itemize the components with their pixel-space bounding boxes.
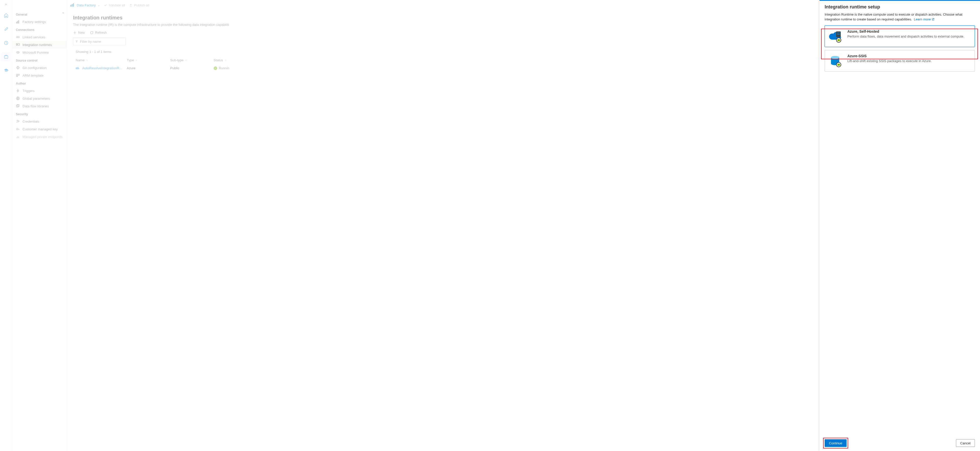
svg-point-5 bbox=[16, 36, 18, 38]
col-name[interactable]: Name↑↓ bbox=[76, 58, 127, 62]
filter-icon bbox=[75, 40, 78, 43]
card-title: Azure-SSIS bbox=[847, 54, 932, 58]
sidebar-label: Linked services bbox=[22, 35, 46, 39]
sidebar-item-dataflow-libs[interactable]: Data flow libraries bbox=[12, 102, 67, 110]
svg-point-6 bbox=[18, 36, 19, 38]
col-type[interactable]: Type↑↓ bbox=[127, 58, 170, 62]
status-ok-icon: ✓ bbox=[214, 67, 217, 70]
sidebar-label: Factory settings bbox=[22, 20, 46, 24]
azure-ssis-icon bbox=[829, 54, 843, 68]
svg-rect-33 bbox=[837, 64, 840, 66]
panel-intro: Integration Runtime is the native comput… bbox=[825, 12, 975, 22]
svg-point-9 bbox=[18, 44, 18, 45]
rail-home[interactable] bbox=[2, 11, 11, 20]
sidebar-item-cmk[interactable]: Customer managed key bbox=[12, 125, 67, 133]
sidebar-item-linked-services[interactable]: Linked services bbox=[12, 33, 67, 41]
card-azure-self-hosted[interactable]: Azure, Self-Hosted Perform data flows, d… bbox=[825, 25, 975, 47]
sidebar-label: Git configuration bbox=[22, 66, 47, 70]
svg-point-19 bbox=[17, 120, 18, 121]
sidebar: « General Factory settings Connections L… bbox=[12, 0, 67, 451]
sort-icon: ↑↓ bbox=[185, 59, 186, 62]
rail-manage[interactable] bbox=[2, 52, 11, 61]
svg-rect-26 bbox=[837, 32, 840, 33]
sidebar-item-git[interactable]: Git configuration bbox=[12, 64, 67, 71]
svg-point-20 bbox=[18, 121, 19, 122]
sort-icon: ↑↓ bbox=[135, 59, 137, 62]
sidebar-item-integration-runtimes[interactable]: Integration runtimes bbox=[12, 41, 67, 49]
card-title: Azure, Self-Hosted bbox=[847, 29, 964, 33]
sidebar-item-triggers[interactable]: Triggers bbox=[12, 87, 67, 95]
sidebar-group-security: Security bbox=[12, 110, 67, 118]
svg-point-11 bbox=[18, 67, 18, 67]
sidebar-item-global-params[interactable]: Global parameters bbox=[12, 95, 67, 102]
learn-more-link[interactable]: Learn more bbox=[914, 17, 934, 21]
sidebar-label: Managed private endpoints bbox=[22, 135, 63, 139]
row-status: ✓ Runnin bbox=[214, 66, 244, 70]
publish-label: Publish all bbox=[134, 3, 149, 7]
filter-box[interactable] bbox=[73, 38, 126, 45]
sidebar-item-credentials[interactable]: Credentials bbox=[12, 118, 67, 125]
cancel-button[interactable]: Cancel bbox=[956, 439, 975, 447]
azure-self-hosted-icon bbox=[829, 29, 843, 43]
brand-label: Data Factory bbox=[77, 3, 95, 7]
svg-point-21 bbox=[16, 128, 18, 130]
sidebar-group-author: Author bbox=[12, 79, 67, 87]
svg-point-12 bbox=[18, 68, 18, 68]
svg-rect-3 bbox=[18, 21, 18, 23]
svg-rect-15 bbox=[16, 76, 18, 77]
brand-switcher[interactable]: Data Factory ⌄ bbox=[70, 3, 100, 7]
col-subtype[interactable]: Sub-type↑↓ bbox=[170, 58, 214, 62]
sidebar-label: Credentials bbox=[22, 119, 39, 124]
svg-rect-18 bbox=[17, 105, 19, 106]
row-name[interactable]: AutoResolveIntegrationR... bbox=[76, 66, 127, 70]
svg-point-31 bbox=[831, 56, 839, 59]
svg-rect-29 bbox=[837, 39, 840, 41]
new-label: New bbox=[78, 31, 85, 35]
panel-title: Integration runtime setup bbox=[825, 4, 975, 10]
filter-input[interactable] bbox=[80, 39, 123, 44]
ir-setup-panel: Integration runtime setup Integration Ru… bbox=[819, 0, 980, 451]
sidebar-group-connections: Connections bbox=[12, 25, 67, 33]
refresh-button[interactable]: Refresh bbox=[90, 31, 107, 35]
sidebar-label: Triggers bbox=[22, 89, 35, 93]
sidebar-group-source-control: Source control bbox=[12, 56, 67, 64]
validate-all-button[interactable]: Validate all bbox=[104, 3, 125, 7]
row-type: Azure bbox=[127, 66, 170, 70]
cards: Azure, Self-Hosted Perform data flows, d… bbox=[825, 25, 975, 71]
data-factory-icon bbox=[70, 3, 75, 7]
svg-rect-2 bbox=[16, 22, 17, 23]
svg-rect-24 bbox=[73, 3, 74, 6]
rail-author[interactable] bbox=[2, 25, 11, 34]
refresh-label: Refresh bbox=[95, 31, 107, 35]
validate-label: Validate all bbox=[109, 3, 125, 7]
svg-rect-4 bbox=[18, 21, 19, 23]
svg-rect-17 bbox=[16, 105, 18, 107]
row-subtype: Public bbox=[170, 66, 214, 70]
continue-button[interactable]: Continue bbox=[825, 439, 846, 447]
card-desc: Lift-and-shift existing SSIS packages to… bbox=[847, 59, 932, 63]
svg-rect-23 bbox=[72, 4, 73, 6]
collapse-sidebar-icon[interactable]: « bbox=[62, 11, 64, 14]
sidebar-item-arm[interactable]: ARM template bbox=[12, 71, 67, 79]
sort-icon: ↑↓ bbox=[224, 59, 226, 62]
svg-rect-27 bbox=[837, 34, 840, 35]
rail-monitor[interactable] bbox=[2, 38, 11, 48]
sidebar-label: Data flow libraries bbox=[22, 104, 49, 108]
sidebar-label: ARM template bbox=[22, 74, 43, 78]
svg-rect-14 bbox=[18, 74, 19, 75]
svg-rect-22 bbox=[70, 5, 71, 6]
sort-icon: ↑↓ bbox=[86, 59, 88, 62]
sidebar-item-purview[interactable]: Microsoft Purview bbox=[12, 49, 67, 56]
col-status[interactable]: Status↑↓ bbox=[214, 58, 244, 62]
sidebar-label: Global parameters bbox=[22, 97, 50, 100]
expand-rail-icon[interactable]: » bbox=[5, 2, 7, 6]
sidebar-group-general: General bbox=[12, 10, 67, 18]
card-azure-ssis[interactable]: Azure-SSIS Lift-and-shift existing SSIS … bbox=[825, 50, 975, 71]
new-button[interactable]: New bbox=[73, 31, 85, 35]
sidebar-item-factory-settings[interactable]: Factory settings bbox=[12, 18, 67, 25]
publish-all-button[interactable]: Publish all bbox=[129, 3, 149, 7]
rail-learn[interactable] bbox=[2, 66, 11, 75]
sidebar-item-mpe: Managed private endpoints bbox=[12, 133, 67, 141]
sidebar-label: Customer managed key bbox=[22, 127, 58, 131]
cloud-icon bbox=[76, 67, 80, 70]
